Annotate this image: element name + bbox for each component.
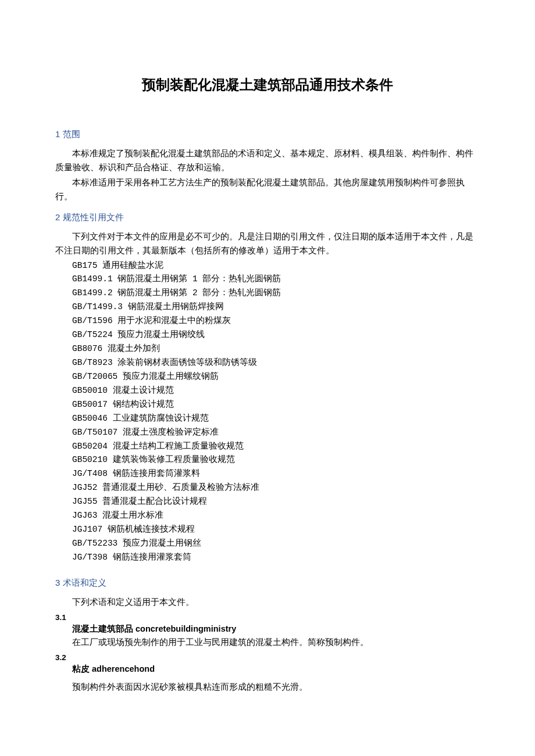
term-3-1-desc: 在工厂或现场预先制作的用于工业与民用建筑的混凝土构件。简称预制构件。: [55, 636, 480, 650]
reference-item: JGJ52 普通混凝土用砂、石质量及检验方法标准: [72, 481, 480, 495]
reference-item: GB1499.2 钢筋混凝土用钢第 2 部分：热轧光圆钢筋: [72, 286, 480, 300]
reference-item: GB/T52233 预应力混凝土用钢丝: [72, 537, 480, 551]
reference-item: JGJ55 普通混凝土配合比设计规程: [72, 495, 480, 509]
term-3-1-title: 混凝土建筑部品 concretebuildingministry: [55, 624, 480, 635]
reference-list: GB175 通用硅酸盐水泥 GB1499.1 钢筋混凝土用钢第 1 部分：热轧光…: [72, 259, 480, 565]
reference-item: GB/T1499.3 钢筋混凝土用钢筋焊接网: [72, 300, 480, 314]
reference-item: GB50204 混凝土结构工程施工质量验收规范: [72, 440, 480, 454]
term-3-2-desc: 预制构件外表面因水泥砂浆被模具粘连而形成的粗糙不光滑。: [55, 680, 480, 694]
term-3-1-number: 3.1: [55, 613, 480, 622]
reference-item: GB/T8923 涂装前钢材表面锈蚀等级和防锈等级: [72, 356, 480, 370]
reference-item: JGJ107 钢筋机械连接技术规程: [72, 523, 480, 537]
section-2-heading: 2 规范性引用文件: [55, 212, 480, 223]
section-1-heading: 1 范围: [55, 129, 480, 140]
reference-item: GB8076 混凝土外加剂: [72, 342, 480, 356]
reference-item: GB/T20065 预应力混凝土用螺纹钢筋: [72, 370, 480, 384]
section-1-para-2: 本标准适用于采用各种工艺方法生产的预制装配化混凝土建筑部品。其他房屋建筑用预制构…: [55, 176, 480, 204]
reference-item: GB50017 钢结构设计规范: [72, 398, 480, 412]
reference-item: GB50210 建筑装饰装修工程质量验收规范: [72, 453, 480, 467]
reference-item: GB50046 工业建筑防腐蚀设计规范: [72, 412, 480, 426]
document-page: 预制装配化混凝土建筑部品通用技术条件 1 范围 本标准规定了预制装配化混凝土建筑…: [0, 0, 535, 733]
reference-item: GB175 通用硅酸盐水泥: [72, 259, 480, 273]
reference-item: GB50010 混凝土设计规范: [72, 384, 480, 398]
reference-item: GB1499.1 钢筋混凝土用钢第 1 部分：热轧光圆钢筋: [72, 273, 480, 286]
document-title: 预制装配化混凝土建筑部品通用技术条件: [55, 76, 480, 94]
reference-item: GB/T50107 混凝土强度检验评定标准: [72, 426, 480, 440]
reference-item: GB/T5224 预应力混凝土用钢绞线: [72, 328, 480, 342]
section-3-para-1: 下列术语和定义适用于本文件。: [55, 596, 480, 610]
reference-item: GB/T1596 用于水泥和混凝土中的粉煤灰: [72, 314, 480, 328]
term-3-2-number: 3.2: [55, 653, 480, 662]
section-2-para-1: 下列文件对于本文件的应用是必不可少的。凡是注日期的引用文件，仅注日期的版本适用于…: [55, 230, 480, 258]
reference-item: JGJ63 混凝土用水标准: [72, 509, 480, 523]
reference-item: JG/T408 钢筋连接用套筒灌浆料: [72, 467, 480, 481]
section-1-para-1: 本标准规定了预制装配化混凝土建筑部品的术语和定义、基本规定、原材料、模具组装、构…: [55, 147, 480, 175]
reference-item: JG/T398 钢筋连接用灌浆套筒: [72, 551, 480, 565]
section-3-heading: 3 术语和定义: [55, 578, 480, 589]
term-3-2-title: 粘皮 adherencehond: [55, 664, 480, 675]
